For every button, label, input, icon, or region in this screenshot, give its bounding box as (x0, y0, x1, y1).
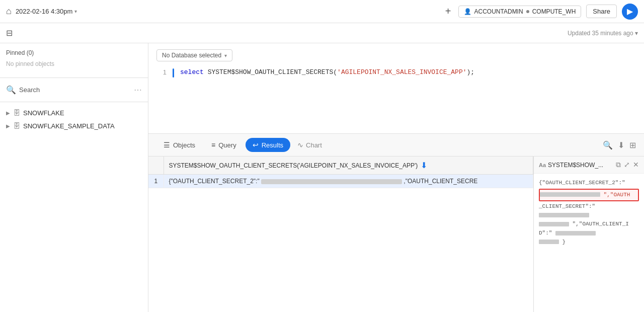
account-icon: 👤 (464, 8, 471, 15)
results-area: SYSTEM$SHOW_OAUTH_CLIENT_SECRETS('AGILEP… (148, 157, 644, 312)
db-name-sample: SNOWFLAKE_SAMPLE_DATA (23, 122, 115, 130)
datetime-text: 2022-02-16 4:30pm (16, 8, 72, 15)
topbar-left: ⌂ 2022-02-16 4:30pm ▾ (6, 6, 77, 17)
db-item-sample-data[interactable]: ▶ 🗄 SNOWFLAKE_SAMPLE_DATA (0, 119, 148, 132)
separator-dot (526, 10, 529, 13)
row-num-header (148, 157, 164, 175)
db-selector-text: No Database selected (162, 52, 221, 59)
sidebar: Pinned (0) No pinned objects 🔍 Search ⋯ … (0, 43, 148, 312)
plus-button[interactable]: + (443, 4, 453, 19)
sp-oauth-text: ","OAUTH (604, 192, 630, 198)
sp-end: } (562, 239, 566, 245)
tab-query[interactable]: ≡ Query (204, 138, 244, 152)
sp-blurred-3 (539, 222, 569, 226)
column-header: SYSTEM$SHOW_OAUTH_CLIENT_SECRETS('AGILEP… (164, 157, 533, 175)
results-table: SYSTEM$SHOW_OAUTH_CLIENT_SECRETS('AGILEP… (148, 157, 533, 312)
warehouse-name: COMPUTE_WH (532, 8, 576, 15)
tab-objects-label: Objects (173, 141, 195, 149)
search-row[interactable]: 🔍 Search ⋯ (0, 82, 148, 98)
search-more-icon[interactable]: ⋯ (134, 85, 142, 95)
db-selector-caret-icon: ▾ (224, 53, 227, 58)
content-area: No Database selected ▾ 1 select SYSTEM$S… (148, 43, 644, 312)
code-end: ); (467, 68, 475, 76)
code-content[interactable]: select SYSTEM$SHOW_OAUTH_CLIENT_SECRETS(… (180, 68, 474, 76)
sp-line1: {"OAUTH_CLIENT_SECRET_2":" (539, 180, 625, 186)
topbar: ⌂ 2022-02-16 4:30pm ▾ + 👤 ACCOUNTADMIN C… (0, 0, 644, 23)
close-icon[interactable]: ✕ (633, 161, 639, 169)
db-icon: 🗄 (13, 109, 20, 117)
chart-icon: ∿ (297, 141, 303, 149)
query-icon: ≡ (211, 141, 215, 149)
tab-query-label: Query (218, 141, 236, 149)
table-row[interactable]: 1 {"OAUTH_CLIENT_SECRET_2":" ,"OAUTH_CLI… (148, 175, 533, 188)
side-panel-header: Aa SYSTEM$SHOW_... ⧉ ⤢ ✕ (534, 157, 644, 174)
pinned-header: Pinned (0) (6, 49, 142, 56)
tab-results[interactable]: ↩ Results (246, 138, 290, 152)
download-results-icon[interactable]: ⬇ (618, 140, 624, 150)
objects-icon: ☰ (164, 141, 170, 149)
expand-icon[interactable]: ⤢ (624, 161, 630, 169)
column-download-icon[interactable]: ⬇ (421, 161, 427, 170)
sp-line2: _CLIENT_SECRET":" (539, 203, 595, 209)
side-panel-body: {"OAUTH_CLIENT_SECRET_2":" ","OAUTH _CLI… (534, 174, 644, 252)
sp-blurred-5 (539, 240, 559, 244)
line-number: 1 (156, 68, 167, 76)
tab-chart-label: Chart (306, 141, 322, 149)
sp-blurred-4 (555, 231, 596, 236)
db-arrow-icon-2: ▶ (6, 123, 10, 129)
tab-objects[interactable]: ☰ Objects (156, 138, 202, 152)
cell-prefix: {"OAUTH_CLIENT_SECRET_2":" (169, 178, 260, 185)
result-cell: {"OAUTH_CLIENT_SECRET_2":" ,"OAUTH_CLIEN… (164, 175, 533, 188)
db-icon-2: 🗄 (13, 122, 20, 130)
sp-blurred-2 (539, 213, 589, 217)
code-line-1: 1 select SYSTEM$SHOW_OAUTH_CLIENT_SECRET… (156, 67, 636, 79)
sidebar-divider-1 (0, 77, 148, 78)
search-label: Search (19, 86, 131, 94)
tab-results-label: Results (262, 141, 283, 149)
copy-icon[interactable]: ⧉ (616, 161, 621, 169)
home-icon[interactable]: ⌂ (6, 6, 12, 17)
side-panel-title: SYSTEM$SHOW_... (548, 162, 614, 169)
no-pinned-text: No pinned objects (6, 58, 142, 69)
datetime-display[interactable]: 2022-02-16 4:30pm ▾ (16, 8, 77, 15)
updated-text: Updated 35 minutes ago ▾ (568, 30, 638, 37)
sp-line3: ","OAUTH_CLIENT_I (573, 221, 629, 227)
tab-chart[interactable]: ∿ Chart (292, 138, 327, 152)
sp-blurred-1 (540, 192, 600, 197)
main-layout: Pinned (0) No pinned objects 🔍 Search ⋯ … (0, 43, 644, 312)
db-selector[interactable]: No Database selected ▾ (156, 49, 232, 61)
code-keyword: select (180, 68, 204, 76)
secondbar: ⊟ Updated 35 minutes ago ▾ (0, 23, 644, 43)
results-icon: ↩ (253, 141, 259, 149)
side-panel: Aa SYSTEM$SHOW_... ⧉ ⤢ ✕ {"OAUTH_CLIENT_… (533, 157, 644, 312)
db-arrow-icon: ▶ (6, 110, 10, 116)
column-header-text: SYSTEM$SHOW_OAUTH_CLIENT_SECRETS('AGILEP… (169, 162, 418, 169)
run-button[interactable]: ▶ (622, 4, 638, 20)
account-name: ACCOUNTADMIN (474, 8, 523, 15)
db-name-snowflake: SNOWFLAKE (23, 109, 64, 117)
sidebar-divider-2 (0, 102, 148, 102)
datetime-caret-icon: ▾ (74, 9, 77, 14)
topbar-right: + 👤 ACCOUNTADMIN COMPUTE_WH Share ▶ (443, 4, 638, 20)
expand-results-icon[interactable]: ⊞ (629, 140, 636, 150)
aa-label: Aa (539, 162, 546, 168)
editor-area: No Database selected ▾ 1 select SYSTEM$S… (148, 43, 644, 134)
code-function: SYSTEM$SHOW_OAUTH_CLIENT_SECRETS( (208, 68, 337, 76)
db-item-snowflake[interactable]: ▶ 🗄 SNOWFLAKE (0, 106, 148, 119)
search-results-icon[interactable]: 🔍 (603, 140, 613, 150)
row-number-cell: 1 (148, 175, 164, 188)
tabs-bar: ☰ Objects ≡ Query ↩ Results ∿ Chart 🔍 ⬇ … (148, 134, 644, 157)
line-indicator (173, 68, 174, 77)
sp-highlight-box: ","OAUTH (539, 189, 639, 202)
cell-suffix: ,"OAUTH_CLIENT_SECRE (404, 178, 477, 185)
side-panel-icons: ⧉ ⤢ ✕ (616, 161, 639, 169)
search-icon: 🔍 (6, 85, 16, 95)
tab-actions: 🔍 ⬇ ⊞ (603, 140, 636, 150)
sp-line4: D":" (539, 230, 552, 236)
filter-icon[interactable]: ⊟ (6, 28, 13, 38)
code-string: 'AGILEPOINT_NX_SALES_INVOICE_APP' (337, 68, 466, 76)
account-badge[interactable]: 👤 ACCOUNTADMIN COMPUTE_WH (458, 6, 582, 18)
share-button[interactable]: Share (586, 5, 617, 18)
cell-blurred-value (261, 179, 402, 184)
pinned-section: Pinned (0) No pinned objects (0, 49, 148, 73)
